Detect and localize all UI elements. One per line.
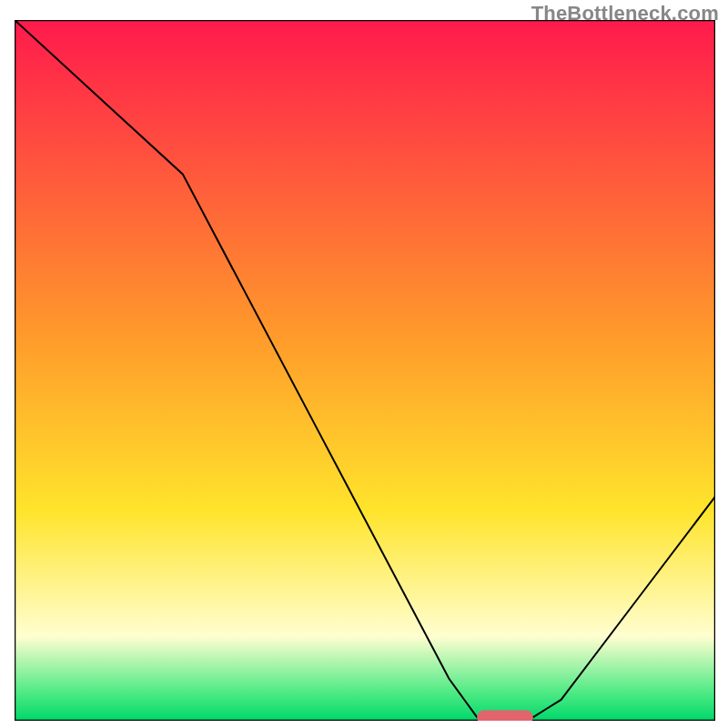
plot-area bbox=[15, 20, 715, 721]
chart-stage: TheBottleneck.com bbox=[0, 0, 728, 728]
chart-svg bbox=[15, 20, 715, 721]
optimal-marker bbox=[477, 710, 533, 721]
gradient-background bbox=[15, 20, 715, 721]
